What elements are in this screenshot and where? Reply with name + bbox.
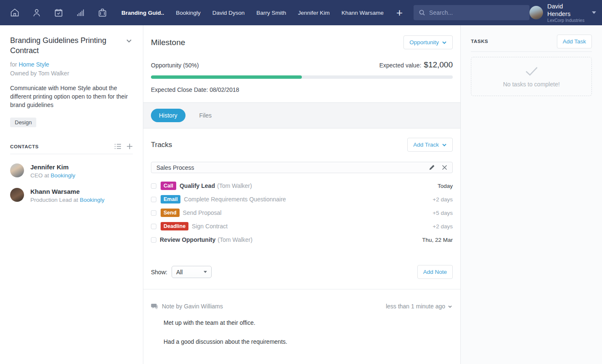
open-record-tabs: Branding Guid.. Bookingly David Dyson Ba… <box>121 10 384 16</box>
track-task-list: Call Qualify Lead (Tom Walker) Today Ema… <box>151 179 453 246</box>
task-title[interactable]: Complete Requirements Questionnaire <box>184 196 286 203</box>
home-icon[interactable] <box>9 7 20 18</box>
people-icon[interactable] <box>31 7 42 18</box>
nav-icon-group <box>9 7 108 18</box>
list-view-icon[interactable] <box>114 143 121 150</box>
tracks-title: Tracks <box>151 141 172 149</box>
add-track-label: Add Track <box>413 142 439 148</box>
note-body: Met up with the team at their office. Ha… <box>164 319 453 346</box>
tab-barry-smith[interactable]: Barry Smith <box>256 10 286 16</box>
task-due: +2 days <box>433 223 453 230</box>
chevron-down-icon <box>442 40 447 45</box>
contact-org-link[interactable]: Bookingly <box>51 172 75 179</box>
user-avatar <box>529 6 543 19</box>
add-contact-icon[interactable] <box>126 143 133 150</box>
tab-jennifer-kim[interactable]: Jennifer Kim <box>298 10 330 16</box>
chevron-down-icon <box>592 11 596 14</box>
task-checkbox[interactable] <box>151 224 156 229</box>
tab-files[interactable]: Files <box>191 109 220 122</box>
task-checkbox[interactable] <box>151 183 156 189</box>
search-input[interactable] <box>429 9 524 16</box>
add-track-button[interactable]: Add Track <box>407 138 453 152</box>
search-icon <box>419 9 425 16</box>
show-filter-select[interactable]: All <box>172 266 212 278</box>
add-new-button[interactable]: + <box>396 7 403 18</box>
task-checkbox[interactable] <box>151 197 156 202</box>
badge-email: Email <box>161 195 180 203</box>
history-filter-row: Show: All Add Note <box>143 246 460 289</box>
add-task-button[interactable]: Add Task <box>557 35 592 48</box>
contact-org-link[interactable]: Bookingly <box>80 197 105 203</box>
user-menu[interactable]: David Henders LexCorp Industries <box>529 3 596 23</box>
tasks-divider <box>471 51 592 52</box>
tab-history[interactable]: History <box>151 109 185 122</box>
task-title[interactable]: Sign Contract <box>192 223 228 230</box>
contact-role: CEO at Bookingly <box>30 172 75 179</box>
task-owner: (Tom Walker) <box>218 236 253 243</box>
opportunity-for: for Home Style <box>10 61 133 68</box>
user-name: David Henders <box>547 3 586 18</box>
milestone-progress-bar <box>151 75 453 79</box>
show-label: Show: <box>151 269 167 276</box>
edit-track-icon[interactable] <box>429 164 435 171</box>
check-icon <box>524 66 539 77</box>
tab-david-dyson[interactable]: David Dyson <box>212 10 245 16</box>
track-name: Sales Process <box>156 164 194 171</box>
organisation-link[interactable]: Home Style <box>19 61 49 68</box>
contact-role-text: Production Lead <box>30 197 72 203</box>
chevron-down-icon <box>442 142 447 147</box>
contact-name[interactable]: Khann Warsame <box>30 188 105 195</box>
contact-at-text: at <box>73 197 78 203</box>
note-timestamp[interactable]: less than 1 minute ago <box>386 303 453 310</box>
tasks-empty-state: No tasks to complete! <box>471 57 592 96</box>
calendar-icon[interactable] <box>53 7 64 18</box>
opportunity-selector-label: Opportunity <box>409 39 439 46</box>
show-filter-value: All <box>176 269 183 276</box>
add-task-label: Add Task <box>563 38 586 45</box>
close-track-icon[interactable] <box>442 165 447 170</box>
task-row: Email Complete Requirements Questionnair… <box>151 193 453 206</box>
contacts-header: CONTACTS <box>10 144 39 149</box>
top-navbar: Branding Guid.. Bookingly David Dyson Ba… <box>0 0 602 25</box>
task-title[interactable]: Qualify Lead <box>180 182 215 189</box>
add-note-label: Add Note <box>423 269 447 275</box>
tag-design[interactable]: Design <box>10 118 36 127</box>
task-checkbox[interactable] <box>151 237 156 243</box>
task-row: Review Opportunity (Tom Walker) Thu, 22 … <box>151 233 453 246</box>
task-title[interactable]: Send Proposal <box>183 209 222 216</box>
tab-khann-warsame[interactable]: Khann Warsame <box>341 10 384 16</box>
contact-row[interactable]: Jennifer Kim CEO at Bookingly <box>10 163 133 179</box>
contact-at-text: at <box>44 172 49 179</box>
milestone-section: Milestone Opportunity Opportunity (50%) … <box>143 25 460 102</box>
opportunity-owner: Owned by Tom Walker <box>10 70 133 77</box>
contact-avatar <box>10 188 24 202</box>
note-author: Note by Gavin Williams <box>162 303 223 310</box>
task-title[interactable]: Review Opportunity <box>160 236 215 243</box>
badge-send: Send <box>161 209 180 217</box>
main-panel: Milestone Opportunity Opportunity (50%) … <box>143 25 461 364</box>
opportunity-selector-button[interactable]: Opportunity <box>403 35 453 49</box>
cases-icon[interactable] <box>97 7 108 18</box>
tab-branding-guidelines[interactable]: Branding Guid.. <box>121 10 164 16</box>
search-box[interactable] <box>414 5 529 20</box>
note-time-text: less than 1 minute ago <box>386 303 445 310</box>
task-due: Today <box>438 183 453 189</box>
badge-deadline: Deadline <box>161 222 188 230</box>
task-owner: (Tom Walker) <box>217 182 252 189</box>
task-due: +2 days <box>433 196 453 203</box>
opportunity-sidebar: Branding Guidelines Printing Contract fo… <box>0 25 143 364</box>
contact-role: Production Lead at Bookingly <box>30 197 105 203</box>
contact-row[interactable]: Khann Warsame Production Lead at Booking… <box>10 188 133 203</box>
user-org: LexCorp Industries <box>547 18 586 23</box>
note-icon <box>151 303 158 310</box>
task-checkbox[interactable] <box>151 210 156 216</box>
contact-name[interactable]: Jennifer Kim <box>30 163 75 171</box>
task-row: Call Qualify Lead (Tom Walker) Today <box>151 179 453 193</box>
collapse-chevron-icon[interactable] <box>125 37 133 46</box>
contacts-divider <box>10 154 133 154</box>
tab-bookingly[interactable]: Bookingly <box>176 10 201 16</box>
task-row: Send Send Proposal +5 days <box>151 206 453 219</box>
reports-icon[interactable] <box>75 7 86 18</box>
opportunity-description: Communicate with Home Style about the di… <box>10 84 133 110</box>
add-note-button[interactable]: Add Note <box>417 265 453 279</box>
